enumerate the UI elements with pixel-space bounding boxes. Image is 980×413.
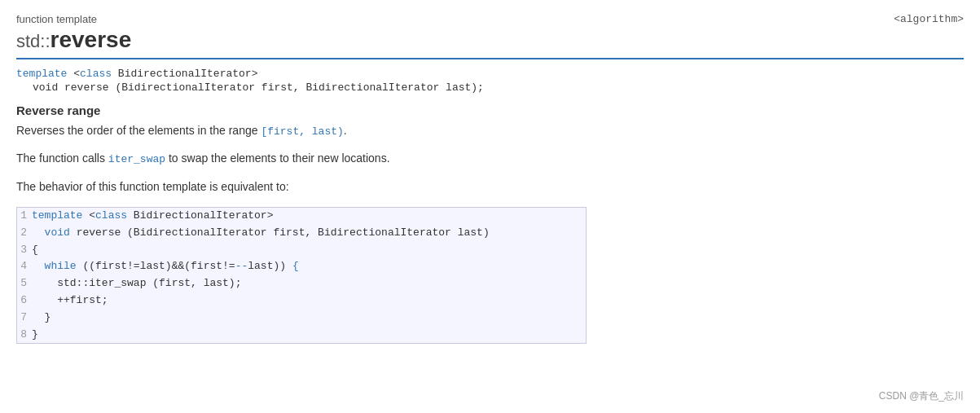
watermark: CSDN @青色_忘川 xyxy=(879,389,964,403)
code-row-1: 1 template <class BidirectionalIterator> xyxy=(17,208,586,225)
template-declaration-line2: void reverse (BidirectionalIterator firs… xyxy=(33,81,964,94)
line-content-2: void reverse (BidirectionalIterator firs… xyxy=(32,225,586,242)
para2: The behavior of this function template i… xyxy=(16,178,964,196)
line-content-6: ++first; xyxy=(32,292,586,310)
function-type-label: function template xyxy=(16,13,964,25)
description-text: Reverses the order of the elements in th… xyxy=(16,122,964,140)
code-row-5: 5 std::iter_swap (first, last); xyxy=(17,275,586,292)
line-content-1: template <class BidirectionalIterator> xyxy=(32,208,586,225)
line-num-6: 6 xyxy=(17,292,32,310)
line-num-7: 7 xyxy=(17,310,32,327)
section-title: Reverse range xyxy=(16,103,964,117)
title-divider xyxy=(16,58,964,59)
line-content-3: { xyxy=(32,242,586,259)
title-name: reverse xyxy=(51,27,132,53)
line-num-8: 8 xyxy=(17,327,32,344)
line-num-2: 2 xyxy=(17,225,32,242)
code-row-2: 2 void reverse (BidirectionalIterator fi… xyxy=(17,225,586,242)
code-row-8: 8 } xyxy=(17,327,586,344)
template-declaration-line1: template <class BidirectionalIterator> xyxy=(16,68,964,80)
title-line: std::reverse xyxy=(16,27,964,53)
code-row-3: 3 { xyxy=(17,242,586,259)
line-num-4: 4 xyxy=(17,258,32,275)
code-row-6: 6 ++first; xyxy=(17,292,586,310)
code-row-4: 4 while ((first!=last)&&(first!=--last))… xyxy=(17,258,586,275)
code-example-box: 1 template <class BidirectionalIterator>… xyxy=(16,207,587,344)
line-num-3: 3 xyxy=(17,242,32,259)
range-code: [first, last) xyxy=(261,125,343,138)
line-num-1: 1 xyxy=(17,208,32,225)
iter-swap-code: iter_swap xyxy=(108,153,165,165)
header-right: <algorithm> xyxy=(894,13,964,25)
title-std: std:: xyxy=(16,31,51,52)
line-content-4: while ((first!=last)&&(first!=--last)) { xyxy=(32,258,586,275)
algorithm-label: <algorithm> xyxy=(894,13,964,25)
line-content-8: } xyxy=(32,327,586,344)
para1: The function calls iter_swap to swap the… xyxy=(16,150,964,168)
code-row-7: 7 } xyxy=(17,310,586,327)
line-content-7: } xyxy=(32,310,586,327)
line-num-5: 5 xyxy=(17,275,32,292)
line-content-5: std::iter_swap (first, last); xyxy=(32,275,586,292)
